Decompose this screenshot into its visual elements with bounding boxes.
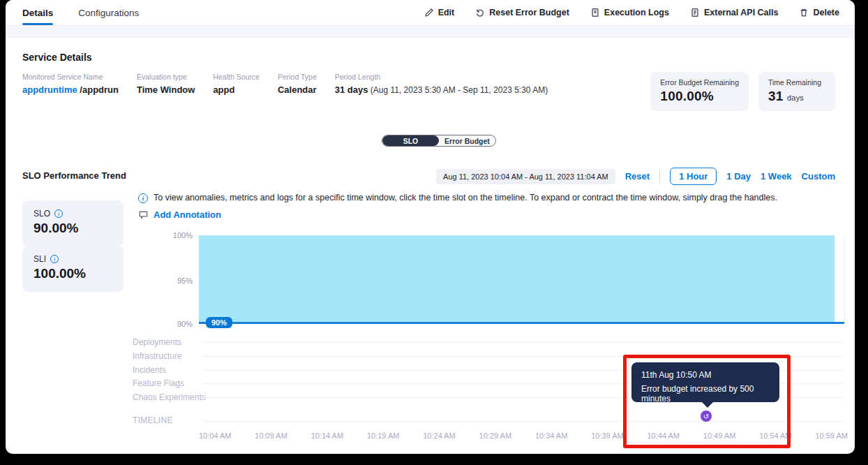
execution-logs-button[interactable]: Execution Logs xyxy=(590,8,669,17)
trend-controls: Aug 11, 2023 10:04 AM - Aug 11, 2023 11:… xyxy=(436,168,835,185)
field-value: Time Window xyxy=(137,84,195,95)
x-tick: 10:24 AM xyxy=(423,431,455,440)
field-value: Calendar xyxy=(278,84,317,95)
tab-details[interactable]: Details xyxy=(22,0,53,25)
x-tick: 10:44 AM xyxy=(648,431,680,440)
y-tick-95: 95% xyxy=(165,276,193,285)
edit-button-label: Edit xyxy=(438,8,455,17)
x-tick: 10:39 AM xyxy=(591,431,623,440)
field-value-detail: (Aug 11, 2023 5:30 AM - Sep 11, 2023 5:3… xyxy=(368,85,548,95)
x-tick: 10:04 AM xyxy=(199,431,231,440)
toggle-error-budget[interactable]: Error Budget xyxy=(439,135,495,146)
stat-cards: Error Budget Remaining 100.00% Time Rema… xyxy=(650,72,835,111)
slo-label: SLO xyxy=(33,209,50,219)
x-tick: 10:54 AM xyxy=(759,431,791,440)
reset-error-budget-button[interactable]: Reset Error Budget xyxy=(475,8,569,17)
stat-card-label: Time Remaining xyxy=(768,78,825,87)
plot-right-border xyxy=(844,235,845,323)
x-tick: 10:19 AM xyxy=(367,431,399,440)
header-tab-bar: Details Configurations Edit Reset Error … xyxy=(6,0,855,26)
reset-button[interactable]: Reset xyxy=(625,171,650,182)
sli-area-series[interactable] xyxy=(199,235,835,323)
field-label: Evaluation type xyxy=(137,73,195,81)
x-tick: 10:59 AM xyxy=(815,431,847,440)
document-icon xyxy=(590,8,600,17)
stat-card-label: Error Budget Remaining xyxy=(660,78,739,87)
field-label: Period Length xyxy=(335,73,548,81)
annotation-bubble-icon xyxy=(138,209,149,220)
track-line xyxy=(203,356,844,357)
info-icon[interactable]: i xyxy=(50,255,59,263)
y-tick-100: 100% xyxy=(165,231,193,239)
pencil-icon xyxy=(424,8,434,17)
x-axis-labels: 10:04 AM 10:09 AM 10:14 AM 10:19 AM 10:2… xyxy=(199,431,848,440)
field-monitored-service-name: Monitored Service Name appdruntime /appd… xyxy=(22,73,119,95)
header-toolbar: Edit Reset Error Budget Execution Logs E… xyxy=(424,8,855,17)
header-spacer-band xyxy=(6,27,855,38)
field-value: appd xyxy=(213,84,260,95)
x-tick: 10:14 AM xyxy=(311,431,343,440)
track-label-incidents: Incidents xyxy=(133,365,166,375)
date-range-chip: Aug 11, 2023 10:04 AM - Aug 11, 2023 11:… xyxy=(436,169,615,184)
range-custom-button[interactable]: Custom xyxy=(802,171,835,182)
field-period-length: Period Length 31 days (Aug 11, 2023 5:30… xyxy=(335,73,548,95)
stat-card-value: 31 xyxy=(768,89,784,103)
toggle-slo[interactable]: SLO xyxy=(382,135,439,146)
timeline-info-text: To view anomalies, metrics and logs for … xyxy=(154,193,777,202)
sli-card: SLIi 100.00% xyxy=(22,246,124,292)
time-remaining-card: Time Remaining 31 days xyxy=(758,72,835,111)
sli-label: SLI xyxy=(33,254,46,264)
x-tick: 10:49 AM xyxy=(703,431,735,440)
track-label-deployments: Deployments xyxy=(133,337,181,347)
divider xyxy=(659,170,660,184)
trash-icon xyxy=(799,8,809,17)
tab-configurations[interactable]: Configurations xyxy=(78,0,139,25)
slo-value: 90.00% xyxy=(33,221,112,236)
app-window: Details Configurations Edit Reset Error … xyxy=(6,0,855,454)
slo-objective-line xyxy=(199,322,844,324)
delete-button[interactable]: Delete xyxy=(799,8,839,17)
timeline-info-banner: i To view anomalies, metrics and logs fo… xyxy=(138,193,843,203)
x-tick: 10:34 AM xyxy=(535,431,567,440)
edit-button[interactable]: Edit xyxy=(424,8,455,17)
timeline-line[interactable] xyxy=(203,421,844,422)
timeline-label: TIMELINE xyxy=(133,415,173,425)
slo-card: SLOi 90.00% xyxy=(22,200,124,246)
error-budget-remaining-card: Error Budget Remaining 100.00% xyxy=(650,72,749,111)
field-value: 31 days xyxy=(335,84,368,95)
external-api-calls-label: External API Calls xyxy=(704,8,779,17)
track-label-feature-flags: Feature Flags xyxy=(133,378,184,388)
range-1-day-button[interactable]: 1 Day xyxy=(726,171,751,182)
x-tick: 10:29 AM xyxy=(479,431,511,440)
add-annotation-label: Add Annotation xyxy=(154,209,221,220)
tooltip-message: Error budget increased by 500 minutes xyxy=(641,384,770,404)
track-label-chaos-experiments: Chaos Experiments xyxy=(133,392,206,402)
stat-card-unit: days xyxy=(787,94,804,102)
field-label: Monitored Service Name xyxy=(22,73,119,81)
info-icon[interactable]: i xyxy=(54,209,63,218)
field-health-source: Health Source appd xyxy=(213,73,260,95)
stat-card-value: 100.00% xyxy=(660,89,739,104)
range-1-week-button[interactable]: 1 Week xyxy=(761,171,792,182)
track-line xyxy=(203,342,844,343)
service-details-title: Service Details xyxy=(22,52,92,63)
range-1-hour-button[interactable]: 1 Hour xyxy=(670,168,717,185)
execution-logs-label: Execution Logs xyxy=(604,8,669,17)
document-lines-icon xyxy=(690,8,700,17)
slo-error-budget-toggle: SLO Error Budget xyxy=(382,135,496,147)
delete-button-label: Delete xyxy=(813,8,839,17)
external-api-calls-button[interactable]: External API Calls xyxy=(690,8,779,17)
slo-performance-trend-title: SLO Performance Trend xyxy=(22,170,126,181)
monitored-service-link[interactable]: appdruntime xyxy=(22,84,77,95)
add-annotation-button[interactable]: Add Annotation xyxy=(138,209,221,220)
service-details-fields: Monitored Service Name appdruntime /appd… xyxy=(22,73,548,95)
field-label: Period Type xyxy=(278,73,317,81)
field-value: /appdrun xyxy=(77,84,119,95)
slo-objective-badge: 90% xyxy=(206,317,232,328)
error-budget-reset-marker[interactable]: ↺ xyxy=(701,411,712,422)
tooltip-timestamp: 11th Aug 10:50 AM xyxy=(641,370,770,380)
info-icon: i xyxy=(138,193,148,203)
sli-value: 100.00% xyxy=(33,266,112,281)
field-period-type: Period Type Calendar xyxy=(278,73,317,95)
y-tick-90: 90% xyxy=(165,320,193,328)
